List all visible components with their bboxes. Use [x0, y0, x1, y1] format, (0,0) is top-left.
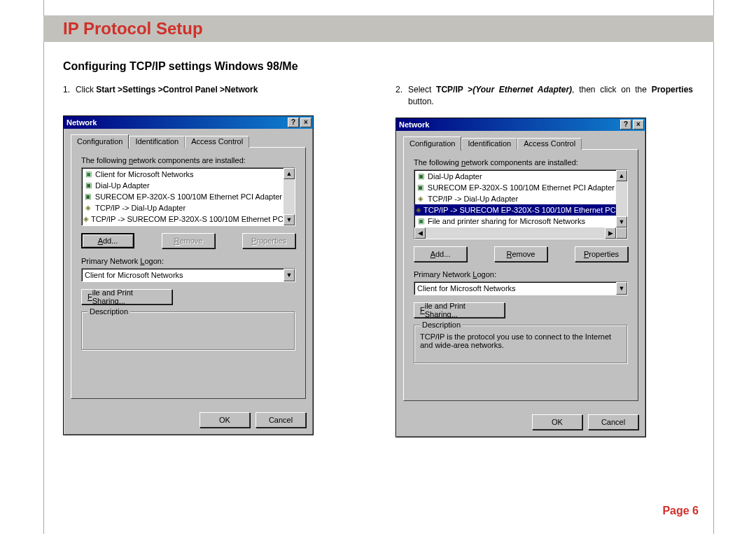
- tab-configuration[interactable]: Configuration: [403, 136, 461, 150]
- tab-pane: The following network components are ins…: [403, 149, 638, 401]
- scroll-up-icon[interactable]: ▲: [616, 170, 627, 181]
- description-groupbox: Description TCP/IP is the protocol you u…: [414, 325, 628, 364]
- button-row: Add... Remove Properties: [81, 233, 295, 248]
- adapter-icon: ▣: [83, 192, 93, 202]
- dialog-titlebar[interactable]: Network ? ×: [396, 118, 645, 131]
- protocol-icon: ◈: [83, 214, 89, 224]
- chevron-down-icon[interactable]: ▼: [616, 282, 627, 295]
- installed-label: The following network components are ins…: [81, 156, 295, 164]
- scroll-up-icon[interactable]: ▲: [284, 168, 295, 179]
- description-label: Description: [88, 307, 130, 316]
- description-groupbox: Description: [81, 311, 295, 351]
- ok-button[interactable]: OK: [532, 414, 582, 430]
- dialog-footer: OK Cancel: [64, 407, 313, 435]
- content-columns: 1.Click Start >Settings >Control Panel >…: [63, 84, 693, 437]
- primary-logon-dropdown[interactable]: Client for Microsoft Networks ▼: [81, 268, 295, 282]
- step-2-number: 2.: [396, 84, 408, 96]
- client-icon: ▣: [83, 169, 93, 179]
- tab-access-control[interactable]: Access Control: [185, 136, 249, 148]
- add-button[interactable]: Add...: [81, 233, 134, 248]
- installed-label: The following network components are ins…: [414, 158, 628, 167]
- scroll-down-icon[interactable]: ▼: [284, 214, 295, 225]
- network-dialog-left: Network ? × Configuration Identification…: [63, 115, 314, 435]
- adapter-icon: ▣: [416, 183, 426, 192]
- scroll-track[interactable]: [426, 227, 605, 239]
- dialog-title-text: Network: [398, 120, 619, 129]
- file-print-sharing-button[interactable]: File and Print Sharing...: [414, 302, 505, 318]
- primary-logon-label: Primary Network Logon:: [81, 257, 295, 265]
- horizontal-scrollbar[interactable]: ◀ ▶: [414, 227, 627, 239]
- remove-button[interactable]: Remove: [162, 233, 215, 248]
- chevron-down-icon[interactable]: ▼: [284, 269, 295, 281]
- description-label: Description: [420, 321, 463, 329]
- dialog-body: Configuration Identification Access Cont…: [64, 129, 313, 407]
- cancel-button[interactable]: Cancel: [588, 414, 638, 430]
- list-item[interactable]: ◈TCP/IP -> Dial-Up Adapter: [414, 193, 616, 204]
- list-item-selected[interactable]: ◈TCP/IP -> SURECOM EP-320X-S 100/10M Eth…: [414, 204, 616, 216]
- scroll-down-icon[interactable]: ▼: [616, 216, 627, 227]
- scroll-left-icon[interactable]: ◀: [414, 227, 426, 239]
- protocol-icon: ◈: [416, 205, 421, 215]
- vertical-scrollbar[interactable]: ▲ ▼: [284, 168, 295, 225]
- close-icon[interactable]: ×: [633, 120, 644, 129]
- step-1-number: 1.: [63, 84, 76, 96]
- cancel-button[interactable]: Cancel: [255, 412, 306, 428]
- network-dialog-right: Network ? × Configuration Identification…: [396, 118, 646, 437]
- step-1-text: 1.Click Start >Settings >Control Panel >…: [63, 84, 360, 96]
- right-column: 2.Select TCP/IP >(Your Ethernet Adapter)…: [396, 84, 693, 437]
- tab-strip: Configuration Identification Access Cont…: [403, 136, 638, 150]
- left-column: 1.Click Start >Settings >Control Panel >…: [63, 84, 360, 437]
- tab-identification[interactable]: Identification: [461, 138, 517, 150]
- scroll-right-icon[interactable]: ▶: [605, 227, 616, 239]
- list-item[interactable]: ▣Dial-Up Adapter: [82, 180, 284, 191]
- page-title: IP Protocol Setup: [63, 19, 203, 38]
- ok-button[interactable]: OK: [200, 412, 250, 428]
- adapter-icon: ▣: [83, 181, 93, 190]
- list-item[interactable]: ▣Client for Microsoft Networks: [82, 169, 284, 180]
- title-bar: IP Protocol Setup: [43, 15, 714, 42]
- add-button[interactable]: Add...: [414, 246, 467, 262]
- protocol-icon: ◈: [83, 203, 93, 213]
- list-item[interactable]: ▣Dial-Up Adapter: [414, 171, 616, 182]
- step-2-text: 2.Select TCP/IP >(Your Ethernet Adapter)…: [396, 84, 693, 108]
- vertical-scrollbar[interactable]: ▲ ▼: [616, 170, 627, 227]
- dialog-body: Configuration Identification Access Cont…: [396, 131, 645, 409]
- list-item[interactable]: ▣SURECOM EP-320X-S 100/10M Ethernet PCI …: [82, 191, 284, 202]
- scroll-track[interactable]: [616, 181, 627, 216]
- list-item[interactable]: ▣SURECOM EP-320X-S 100/10M Ethernet PCI …: [414, 182, 616, 193]
- tab-pane: The following network components are ins…: [71, 147, 306, 399]
- tab-strip: Configuration Identification Access Cont…: [71, 134, 306, 148]
- properties-button[interactable]: Properties: [242, 233, 295, 248]
- help-icon[interactable]: ?: [620, 120, 631, 129]
- tab-identification[interactable]: Identification: [129, 136, 185, 148]
- list-item[interactable]: ▣File and printer sharing for Microsoft …: [414, 216, 616, 227]
- subheading: Configuring TCP/IP settings Windows 98/M…: [63, 60, 298, 73]
- components-listbox[interactable]: ▣Client for Microsoft Networks ▣Dial-Up …: [81, 167, 295, 226]
- description-text: TCP/IP is the protocol you use to connec…: [420, 332, 611, 349]
- service-icon: ▣: [416, 216, 426, 226]
- list-item[interactable]: ◈TCP/IP -> Dial-Up Adapter: [82, 202, 284, 213]
- scroll-track[interactable]: [284, 179, 295, 214]
- adapter-icon: ▣: [416, 171, 426, 181]
- dialog-titlebar[interactable]: Network ? ×: [64, 116, 313, 129]
- remove-button[interactable]: Remove: [494, 246, 547, 262]
- list-item[interactable]: ◈TCP/IP -> SURECOM EP-320X-S 100/10M Eth…: [82, 213, 284, 225]
- listbox-items: ▣Client for Microsoft Networks ▣Dial-Up …: [82, 168, 284, 225]
- file-print-sharing-button[interactable]: File and Print Sharing...: [81, 289, 172, 304]
- tab-configuration[interactable]: Configuration: [71, 134, 129, 148]
- tab-access-control[interactable]: Access Control: [517, 138, 582, 150]
- listbox-items: ▣Dial-Up Adapter ▣SURECOM EP-320X-S 100/…: [414, 170, 616, 227]
- scroll-corner: [616, 227, 627, 239]
- protocol-icon: ◈: [416, 194, 426, 204]
- close-icon[interactable]: ×: [300, 118, 312, 127]
- dialog-title-text: Network: [65, 118, 286, 127]
- button-row: Add... Remove Properties: [414, 246, 628, 262]
- primary-logon-label: Primary Network Logon:: [414, 270, 628, 279]
- help-icon[interactable]: ?: [288, 118, 299, 127]
- primary-logon-dropdown[interactable]: Client for Microsoft Networks ▼: [414, 281, 628, 295]
- properties-button[interactable]: Properties: [575, 246, 628, 262]
- dropdown-value: Client for Microsoft Networks: [417, 284, 616, 293]
- dialog-footer: OK Cancel: [396, 409, 645, 437]
- dropdown-value: Client for Microsoft Networks: [85, 271, 284, 279]
- components-listbox[interactable]: ▣Dial-Up Adapter ▣SURECOM EP-320X-S 100/…: [414, 169, 628, 239]
